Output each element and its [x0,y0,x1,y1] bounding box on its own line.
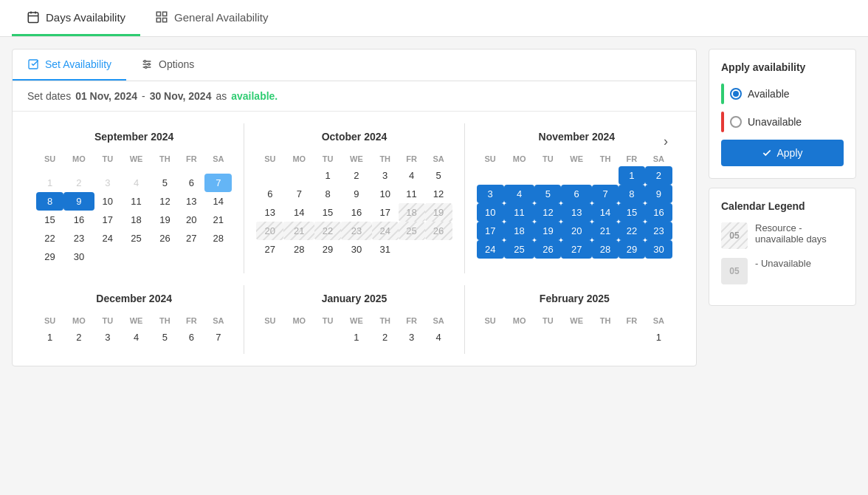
calendar-day[interactable]: 26 [151,229,178,248]
calendar-day[interactable]: 11 [121,192,152,211]
calendar-day[interactable]: 23 [63,229,94,248]
calendar-day[interactable]: 3 [477,185,504,203]
calendar-day[interactable]: 30 [645,240,672,259]
calendar-day[interactable]: 20 [178,211,204,229]
unavailable-radio-option[interactable]: Unavailable [721,112,844,132]
calendar-day[interactable]: 31 [372,240,399,259]
calendar-day[interactable]: 13 [256,203,283,222]
calendar-day[interactable]: 20 [256,222,283,240]
calendar-day[interactable]: 28 [283,240,314,259]
calendar-day[interactable]: 12 [425,185,452,203]
calendar-day[interactable]: 4 [399,166,425,185]
calendar-day[interactable]: 19 [151,211,178,229]
calendar-day[interactable]: 2 [372,328,399,346]
calendar-day[interactable]: 21 [283,222,314,240]
calendar-day[interactable]: 6 [178,328,204,346]
calendar-day[interactable]: 2 [645,166,672,185]
calendar-day[interactable]: 6 [256,185,283,203]
calendar-day[interactable]: 11 [504,203,535,222]
calendar-day[interactable]: 9 [645,185,672,203]
calendar-day[interactable]: 21 [204,211,232,229]
calendar-day[interactable]: 16 [645,203,672,222]
calendar-day[interactable]: 1 [314,166,341,185]
calendar-day[interactable]: 13 [178,192,204,211]
calendar-day[interactable]: 5 [425,166,452,185]
calendar-day[interactable]: 1 [619,166,645,185]
calendar-day[interactable]: 23 [341,222,372,240]
calendar-day[interactable]: 17 [372,203,399,222]
calendar-day[interactable]: 24 [477,240,504,259]
calendar-day[interactable]: 14 [204,192,232,211]
calendar-day[interactable]: 5 [534,185,561,203]
calendar-day[interactable]: 27 [178,229,204,248]
calendar-day[interactable]: 25 [399,222,425,240]
calendar-day[interactable]: 15 [314,203,341,222]
calendar-day[interactable]: 5 [151,174,178,192]
next-month-button[interactable]: › [659,132,672,151]
calendar-day[interactable]: 6 [178,174,204,192]
calendar-day[interactable]: 1 [645,328,672,346]
calendar-day[interactable]: 29 [36,248,63,266]
calendar-day[interactable]: 10 [94,192,121,211]
calendar-day[interactable]: 3 [94,174,121,192]
calendar-day[interactable]: 5 [151,328,178,346]
calendar-day[interactable]: 23 [645,222,672,240]
calendar-day[interactable]: 9 [341,185,372,203]
calendar-day[interactable]: 9 [63,192,94,211]
calendar-day[interactable]: 4 [504,185,535,203]
calendar-day[interactable]: 3 [399,328,425,346]
calendar-day[interactable]: 1 [36,328,63,346]
calendar-day[interactable]: 15 [36,211,63,229]
calendar-day[interactable]: 3 [94,328,121,346]
calendar-day[interactable]: 14 [592,203,619,222]
calendar-day[interactable]: 12 [534,203,561,222]
calendar-day[interactable]: 2 [63,174,94,192]
calendar-day[interactable]: 19 [425,203,452,222]
calendar-day[interactable]: 8 [36,192,63,211]
calendar-day[interactable]: 29 [619,240,645,259]
calendar-day[interactable]: 4 [121,328,152,346]
calendar-day[interactable]: 4 [425,328,452,346]
calendar-day[interactable]: 26 [425,222,452,240]
calendar-day[interactable]: 6 [561,185,592,203]
calendar-day[interactable]: 22 [619,222,645,240]
calendar-day[interactable]: 18 [121,211,152,229]
available-radio-option[interactable]: Available [721,83,844,104]
available-radio-circle[interactable] [730,88,742,100]
unavailable-radio-circle[interactable] [730,116,742,128]
calendar-day[interactable]: 24 [94,229,121,248]
calendar-day[interactable]: 4 [121,174,152,192]
calendar-day[interactable]: 7 [204,328,232,346]
calendar-day[interactable]: 1 [341,328,372,346]
calendar-day[interactable]: 26 [534,240,561,259]
calendar-day[interactable]: 16 [63,211,94,229]
calendar-day[interactable]: 21 [592,222,619,240]
sub-tab-options[interactable]: Options [126,50,209,81]
calendar-day[interactable]: 28 [204,229,232,248]
calendar-day[interactable]: 2 [63,328,94,346]
tab-days-availability[interactable]: Days Availability [12,0,140,36]
apply-button[interactable]: Apply [721,140,844,166]
calendar-day[interactable]: 13 [561,203,592,222]
calendar-day[interactable]: 30 [341,240,372,259]
calendar-day[interactable]: 12 [151,192,178,211]
calendar-day[interactable]: 22 [314,222,341,240]
calendar-day[interactable]: 11 [399,185,425,203]
sub-tab-set-availability[interactable]: Set Availability [13,50,126,81]
calendar-day[interactable]: 18 [399,203,425,222]
calendar-day[interactable]: 20 [561,222,592,240]
calendar-day[interactable]: 14 [283,203,314,222]
calendar-day[interactable]: 22 [36,229,63,248]
calendar-day[interactable]: 24 [372,222,399,240]
calendar-day[interactable]: 27 [561,240,592,259]
calendar-day[interactable]: 7 [204,174,232,192]
calendar-day[interactable]: 19 [534,222,561,240]
calendar-day[interactable]: 28 [592,240,619,259]
calendar-day[interactable]: 27 [256,240,283,259]
calendar-day[interactable]: 1 [36,174,63,192]
calendar-day[interactable]: 18 [504,222,535,240]
calendar-day[interactable]: 10 [477,203,504,222]
calendar-day[interactable]: 25 [504,240,535,259]
calendar-day[interactable]: 30 [63,248,94,266]
calendar-day[interactable]: 17 [94,211,121,229]
